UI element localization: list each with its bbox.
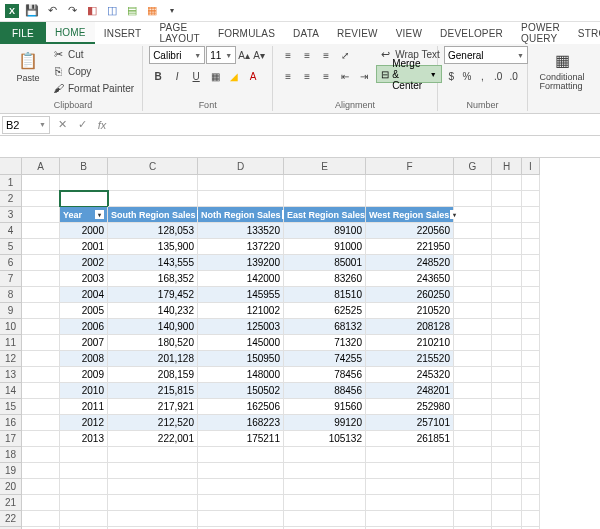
number-format-select[interactable]: General▼	[444, 46, 528, 64]
cell-E5[interactable]: 91000	[284, 239, 366, 255]
cell-A15[interactable]	[22, 399, 60, 415]
cell-E6[interactable]: 85001	[284, 255, 366, 271]
column-header-C[interactable]: C	[108, 158, 198, 175]
row-header-14[interactable]: 14	[0, 383, 22, 399]
row-header-8[interactable]: 8	[0, 287, 22, 303]
cell-F19[interactable]	[366, 463, 454, 479]
column-header-A[interactable]: A	[22, 158, 60, 175]
align-left-button[interactable]: ≡	[279, 67, 297, 85]
cell-F10[interactable]: 208128	[366, 319, 454, 335]
tab-insert[interactable]: INSERT	[95, 22, 151, 44]
cell-I13[interactable]	[522, 367, 540, 383]
cell-G9[interactable]	[454, 303, 492, 319]
cell-E13[interactable]: 78456	[284, 367, 366, 383]
cell-A2[interactable]	[22, 191, 60, 207]
qat-extra-1[interactable]: ◧	[84, 3, 100, 19]
redo-icon[interactable]: ↷	[64, 3, 80, 19]
cell-E7[interactable]: 83260	[284, 271, 366, 287]
cell-A16[interactable]	[22, 415, 60, 431]
row-header-3[interactable]: 3	[0, 207, 22, 223]
cell-I4[interactable]	[522, 223, 540, 239]
cell-D22[interactable]	[198, 511, 284, 527]
cell-H14[interactable]	[492, 383, 522, 399]
cell-H22[interactable]	[492, 511, 522, 527]
qat-extra-2[interactable]: ◫	[104, 3, 120, 19]
name-box[interactable]: B2▼	[2, 116, 50, 134]
cell-H18[interactable]	[492, 447, 522, 463]
cell-D8[interactable]: 145955	[198, 287, 284, 303]
currency-button[interactable]: $	[444, 67, 459, 85]
font-name-select[interactable]: Calibri▼	[149, 46, 205, 64]
cell-F16[interactable]: 257101	[366, 415, 454, 431]
cell-D5[interactable]: 137220	[198, 239, 284, 255]
cell-F1[interactable]	[366, 175, 454, 191]
cell-G13[interactable]	[454, 367, 492, 383]
cell-A11[interactable]	[22, 335, 60, 351]
cell-B10[interactable]: 2006	[60, 319, 108, 335]
cell-B12[interactable]: 2008	[60, 351, 108, 367]
align-bottom-button[interactable]: ≡	[317, 46, 335, 64]
cell-A7[interactable]	[22, 271, 60, 287]
paste-button[interactable]: 📋 Paste	[10, 46, 46, 100]
cell-D7[interactable]: 142000	[198, 271, 284, 287]
column-header-D[interactable]: D	[198, 158, 284, 175]
cell-C19[interactable]	[108, 463, 198, 479]
cell-D12[interactable]: 150950	[198, 351, 284, 367]
cell-C22[interactable]	[108, 511, 198, 527]
row-header-1[interactable]: 1	[0, 175, 22, 191]
cell-F14[interactable]: 248201	[366, 383, 454, 399]
cell-E22[interactable]	[284, 511, 366, 527]
cell-I15[interactable]	[522, 399, 540, 415]
increase-decimal-button[interactable]: .0	[491, 67, 506, 85]
merge-center-button[interactable]: ⊟Merge & Center▼	[376, 65, 442, 83]
cell-H8[interactable]	[492, 287, 522, 303]
row-header-17[interactable]: 17	[0, 431, 22, 447]
tab-developer[interactable]: DEVELOPER	[431, 22, 512, 44]
cell-G21[interactable]	[454, 495, 492, 511]
cell-I6[interactable]	[522, 255, 540, 271]
cell-A6[interactable]	[22, 255, 60, 271]
cell-I3[interactable]	[522, 207, 540, 223]
cell-G4[interactable]	[454, 223, 492, 239]
decrease-decimal-button[interactable]: .0	[506, 67, 521, 85]
cell-B4[interactable]: 2000	[60, 223, 108, 239]
row-header-12[interactable]: 12	[0, 351, 22, 367]
format-painter-button[interactable]: 🖌Format Painter	[49, 80, 136, 96]
cell-F11[interactable]: 210210	[366, 335, 454, 351]
cell-G15[interactable]	[454, 399, 492, 415]
fx-icon[interactable]: fx	[92, 115, 112, 135]
cell-I12[interactable]	[522, 351, 540, 367]
cell-H5[interactable]	[492, 239, 522, 255]
cell-F17[interactable]: 261851	[366, 431, 454, 447]
tab-data[interactable]: DATA	[284, 22, 328, 44]
cell-H9[interactable]	[492, 303, 522, 319]
decrease-font-button[interactable]: A▾	[252, 46, 266, 64]
cell-F6[interactable]: 248520	[366, 255, 454, 271]
cell-G11[interactable]	[454, 335, 492, 351]
cell-C2[interactable]	[108, 191, 198, 207]
cell-H19[interactable]	[492, 463, 522, 479]
italic-button[interactable]: I	[168, 67, 186, 85]
cell-E3[interactable]: East Region Sales▾	[284, 207, 366, 223]
cell-B14[interactable]: 2010	[60, 383, 108, 399]
cell-B3[interactable]: Year▾	[60, 207, 108, 223]
cell-I7[interactable]	[522, 271, 540, 287]
cell-D11[interactable]: 145000	[198, 335, 284, 351]
row-header-20[interactable]: 20	[0, 479, 22, 495]
cell-A1[interactable]	[22, 175, 60, 191]
tab-formulas[interactable]: FORMULAS	[209, 22, 284, 44]
cell-D3[interactable]: Noth Region Sales▾	[198, 207, 284, 223]
increase-font-button[interactable]: A▴	[237, 46, 251, 64]
cell-D4[interactable]: 133520	[198, 223, 284, 239]
cell-I16[interactable]	[522, 415, 540, 431]
cell-C7[interactable]: 168,352	[108, 271, 198, 287]
column-header-B[interactable]: B	[60, 158, 108, 175]
cell-C16[interactable]: 212,520	[108, 415, 198, 431]
cell-H10[interactable]	[492, 319, 522, 335]
align-right-button[interactable]: ≡	[317, 67, 335, 85]
undo-icon[interactable]: ↶	[44, 3, 60, 19]
cell-I22[interactable]	[522, 511, 540, 527]
cell-G12[interactable]	[454, 351, 492, 367]
cell-H2[interactable]	[492, 191, 522, 207]
row-header-2[interactable]: 2	[0, 191, 22, 207]
